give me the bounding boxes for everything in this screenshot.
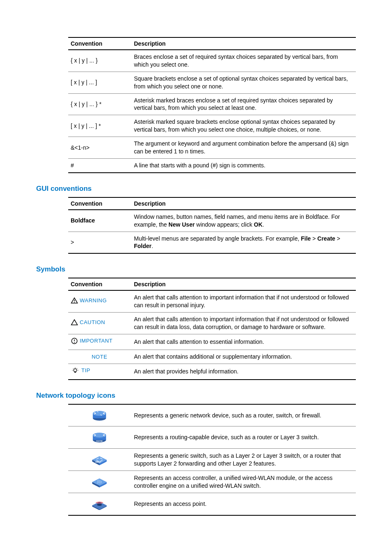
table-row: WARNING An alert that calls attention to… — [68, 290, 356, 312]
table-row: ROUTER Represents a routing-capable devi… — [68, 426, 356, 449]
symbol-cell: WARNING — [68, 290, 131, 312]
description-cell: Braces enclose a set of required syntax … — [131, 50, 356, 72]
symbol-cell: CAUTION — [68, 313, 131, 334]
header-convention: Convention — [68, 197, 131, 210]
symbol-label: CAUTION — [80, 319, 105, 326]
symbol-cell: IMPORTANT — [68, 334, 131, 350]
table-row: { x | y | ... } Braces enclose a set of … — [68, 50, 356, 72]
svg-point-4 — [74, 342, 75, 343]
symbol-label: TIP — [81, 367, 90, 374]
description-cell: The argument or keyword and argument com… — [131, 137, 356, 159]
table-row: Represents an access controller, a unifi… — [68, 471, 356, 493]
svg-point-14 — [93, 433, 106, 438]
caution-triangle-icon — [71, 319, 78, 326]
symbols-table: Convention Description WARNING An alert … — [68, 278, 356, 380]
header-convention: Convention — [68, 37, 131, 50]
table-row: CAUTION An alert that calls attention to… — [68, 313, 356, 334]
description-cell: Represents an access point. — [131, 493, 356, 515]
table-row: SWITCH Represents a generic switch, such… — [68, 449, 356, 471]
svg-point-22 — [99, 481, 99, 482]
svg-point-21 — [97, 482, 98, 482]
svg-point-20 — [101, 481, 101, 482]
svg-point-18 — [99, 480, 99, 480]
description-cell: A line that starts with a pound (#) sign… — [131, 158, 356, 172]
description-cell: An alert that calls attention to importa… — [131, 313, 356, 334]
table-row: NOTE An alert that contains additional o… — [68, 350, 356, 364]
description-cell: Asterisk marked square brackets enclose … — [131, 115, 356, 137]
convention-cell: > — [68, 232, 131, 253]
table-row: [ x | y | ... ] Square brackets enclose … — [68, 72, 356, 93]
table-row: # A line that starts with a pound (#) si… — [68, 158, 356, 172]
router-device-icon: ROUTER — [90, 429, 108, 443]
header-description: Description — [131, 278, 356, 290]
description-cell: An alert that contains additional or sup… — [131, 350, 356, 364]
icon-cell — [68, 404, 131, 426]
svg-text:SWITCH: SWITCH — [95, 462, 101, 463]
svg-point-19 — [100, 481, 100, 481]
header-description: Description — [131, 37, 356, 50]
svg-text:ROUTER: ROUTER — [96, 441, 103, 443]
description-cell: An alert that provides helpful informati… — [131, 364, 356, 379]
convention-cell: # — [68, 158, 131, 172]
svg-point-17 — [97, 481, 98, 481]
description-cell: Multi-level menus are separated by angle… — [131, 232, 356, 253]
symbol-label: WARNING — [80, 297, 107, 304]
header-convention: Convention — [68, 278, 131, 290]
svg-point-23 — [100, 482, 100, 482]
switch-device-icon: SWITCH — [90, 452, 108, 466]
table-row: Represents a generic network device, suc… — [68, 404, 356, 426]
table-row: Represents an access point. — [68, 493, 356, 515]
icon-cell — [68, 471, 131, 493]
description-cell: Represents an access controller, a unifi… — [131, 471, 356, 493]
tip-bulb-icon — [71, 367, 80, 374]
table-row: > Multi-level menus are separated by ang… — [68, 232, 356, 253]
svg-point-26 — [99, 482, 99, 483]
description-cell: Asterisk marked braces enclose a set of … — [131, 93, 356, 115]
icon-cell: SWITCH — [68, 449, 131, 471]
icon-cell: ROUTER — [68, 426, 131, 449]
gui-conventions-table: Convention Description Boldface Window n… — [68, 197, 356, 254]
convention-cell: Boldface — [68, 210, 131, 232]
svg-line-10 — [77, 368, 77, 368]
svg-point-1 — [74, 302, 75, 303]
symbol-cell: TIP — [68, 364, 131, 379]
header-description: Description — [131, 197, 356, 210]
symbol-label: IMPORTANT — [80, 337, 113, 345]
table-row: Boldface Window names, button names, fie… — [68, 210, 356, 232]
description-cell: Window names, button names, field names,… — [131, 210, 356, 232]
svg-point-25 — [97, 483, 98, 483]
access-point-icon — [90, 496, 108, 510]
gui-conventions-heading: GUI conventions — [36, 185, 356, 193]
convention-cell: { x | y | ... } * — [68, 93, 131, 115]
table-row: [ x | y | ... ] * Asterisk marked square… — [68, 115, 356, 137]
description-cell: Represents a generic switch, such as a L… — [131, 449, 356, 471]
svg-line-9 — [73, 368, 74, 368]
symbol-label: NOTE — [92, 354, 107, 360]
table-row: &<1-n> The argument or keyword and argum… — [68, 137, 356, 159]
symbol-cell: NOTE — [68, 350, 131, 364]
icon-cell — [68, 493, 131, 515]
description-cell: Represents a routing-capable device, suc… — [131, 426, 356, 449]
network-topology-heading: Network topology icons — [36, 392, 356, 400]
warning-triangle-icon — [71, 297, 78, 304]
network-topology-table: Represents a generic network device, suc… — [68, 404, 356, 516]
svg-point-28 — [97, 504, 102, 506]
svg-point-5 — [74, 368, 77, 372]
svg-point-12 — [93, 411, 106, 416]
table-row: TIP An alert that provides helpful infor… — [68, 364, 356, 379]
svg-point-24 — [101, 482, 101, 483]
convention-cell: [ x | y | ... ] * — [68, 115, 131, 137]
symbols-heading: Symbols — [36, 265, 356, 273]
generic-network-device-icon — [90, 408, 108, 422]
description-cell: An alert that calls attention to importa… — [131, 290, 356, 312]
description-cell: An alert that calls attention to essenti… — [131, 334, 356, 350]
syntax-conventions-table: Convention Description { x | y | ... } B… — [68, 37, 356, 173]
description-cell: Represents a generic network device, suc… — [131, 404, 356, 426]
description-cell: Square brackets enclose a set of optiona… — [131, 72, 356, 93]
convention-cell: [ x | y | ... ] — [68, 72, 131, 93]
access-controller-icon — [90, 474, 108, 488]
important-circle-icon — [71, 337, 78, 345]
convention-cell: { x | y | ... } — [68, 50, 131, 72]
svg-point-27 — [100, 483, 100, 483]
table-row: IMPORTANT An alert that calls attention … — [68, 334, 356, 350]
